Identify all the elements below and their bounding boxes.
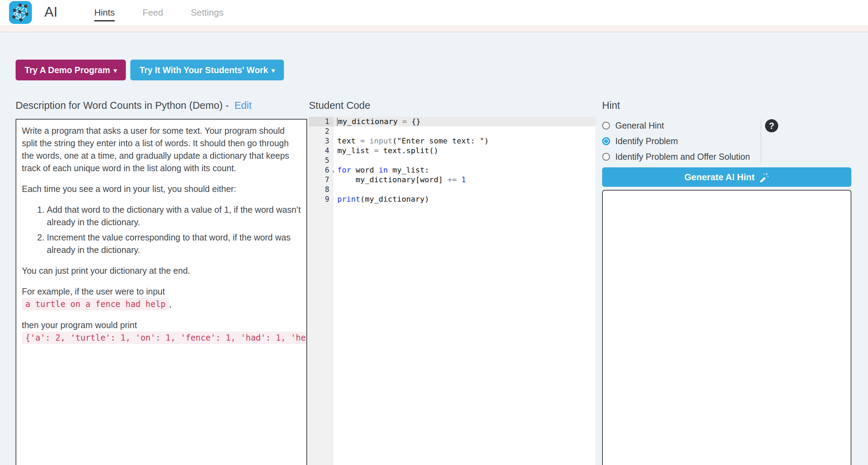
line-number[interactable]: 3 <box>309 136 333 146</box>
vertical-divider <box>761 120 761 163</box>
description-textarea[interactable]: Write a program that asks a user for som… <box>16 119 307 465</box>
code-line[interactable]: 7 my_dictionary[word] += 1 <box>309 175 596 185</box>
toolbar: Try A Demo Program ▾ Try It With Your St… <box>16 60 284 80</box>
line-number[interactable]: 4 <box>309 146 333 156</box>
radio-circle-selected-icon[interactable] <box>602 137 610 145</box>
example-output-label: then your program would print <box>22 320 137 330</box>
generate-ai-hint-button[interactable]: Generate AI Hint <box>602 167 851 187</box>
example-output-code: {'a': 2, 'turtle': 1, 'on': 1, 'fence': … <box>22 332 307 344</box>
nav-tabs: Hints Feed Settings <box>94 0 223 25</box>
tab-settings[interactable]: Settings <box>191 7 224 18</box>
top-nav: AI Hints Feed Settings <box>0 0 868 25</box>
code-line-text: my_dictionary[word] += 1 <box>333 175 466 185</box>
radio-identify-problem-offer-solution[interactable]: Identify Problem and Offer Solution <box>602 150 750 163</box>
line-number[interactable]: 2 <box>309 126 333 136</box>
page: AI Hints Feed Settings Try A Demo Progra… <box>0 0 868 465</box>
question-icon[interactable]: ? <box>765 119 778 132</box>
text-cursor <box>337 118 338 126</box>
code-line-text: print(my_dictionary) <box>333 194 429 204</box>
student-code-title: Student Code <box>309 100 370 111</box>
radio-label: Identify Problem and Offer Solution <box>615 152 750 162</box>
description-paragraph: Each time you see a word in your list, y… <box>22 183 301 195</box>
description-paragraph: Write a program that asks a user for som… <box>22 124 301 174</box>
code-line[interactable]: 5 <box>309 156 596 165</box>
comma-text: , <box>169 299 172 309</box>
description-title-row: Description for Word Counts in Python (D… <box>16 100 252 111</box>
hint-title: Hint <box>602 100 852 111</box>
magic-wand-icon <box>759 172 769 182</box>
example-input-label: For example, if the user were to input <box>22 287 165 296</box>
code-line[interactable]: 9print(my_dictionary) <box>309 194 596 204</box>
edit-link[interactable]: Edit <box>234 100 252 111</box>
example-input-code: a turtle on a fence had help <box>22 298 169 310</box>
code-line[interactable]: 4my_list = text.split() <box>309 146 596 156</box>
line-number[interactable]: 8 <box>309 185 333 194</box>
notice-strip <box>0 25 868 33</box>
line-number[interactable]: 6▾ <box>309 165 333 175</box>
list-item: Add that word to the dictionary with a v… <box>47 203 301 228</box>
example-input-paragraph: For example, if the user were to input a… <box>22 285 301 310</box>
line-number[interactable]: 9 <box>309 194 333 204</box>
brand-title: AI <box>44 4 58 20</box>
line-number[interactable]: 5 <box>309 156 333 165</box>
code-line-text: for word in my_list: <box>333 165 429 175</box>
code-line-text: my_list = text.split() <box>333 146 438 156</box>
code-line[interactable]: 1my_dictionary = {} <box>309 117 596 126</box>
description-paragraph: You can just print your dictionary at th… <box>22 264 301 277</box>
code-line[interactable]: 3text = input("Enter some text: ") <box>309 136 596 146</box>
chevron-down-icon: ▾ <box>271 67 275 74</box>
hint-type-radio-group: General Hint Identify Problem Identify P… <box>602 119 750 166</box>
generate-ai-hint-label: Generate AI Hint <box>684 172 755 183</box>
try-students-work-button[interactable]: Try It With Your Students' Work ▾ <box>130 60 284 80</box>
code-line-text: text = input("Enter some text: ") <box>333 136 489 146</box>
code-line[interactable]: 8 <box>309 185 596 194</box>
line-number[interactable]: 7 <box>309 175 333 185</box>
example-output-paragraph: then your program would print {'a': 2, '… <box>22 319 301 344</box>
try-students-work-label: Try It With Your Students' Work <box>139 65 268 75</box>
try-demo-program-button[interactable]: Try A Demo Program ▾ <box>16 60 126 80</box>
list-item: Increment the value corresponding to tha… <box>47 231 301 256</box>
radio-circle-icon[interactable] <box>602 153 610 161</box>
hint-output-box[interactable] <box>602 190 851 465</box>
radio-label: General Hint <box>615 121 664 131</box>
code-line[interactable]: 2 <box>309 126 596 136</box>
radio-circle-icon[interactable] <box>602 122 610 130</box>
app-logo-icon[interactable] <box>9 1 32 24</box>
line-number[interactable]: 1 <box>309 117 333 126</box>
code-line[interactable]: 6▾for word in my_list: <box>309 165 596 175</box>
hint-panel: Hint General Hint Identify Problem Ident… <box>602 100 852 465</box>
radio-identify-problem[interactable]: Identify Problem <box>602 135 750 147</box>
code-editor[interactable]: 1my_dictionary = {}23text = input("Enter… <box>309 117 596 465</box>
try-demo-program-label: Try A Demo Program <box>25 65 110 75</box>
description-list: Add that word to the dictionary with a v… <box>22 203 301 256</box>
tab-feed[interactable]: Feed <box>142 7 163 18</box>
radio-general-hint[interactable]: General Hint <box>602 119 750 132</box>
chevron-down-icon: ▾ <box>114 67 117 74</box>
code-line-text: my_dictionary = {} <box>333 117 420 126</box>
tab-hints[interactable]: Hints <box>94 7 115 18</box>
radio-label: Identify Problem <box>615 136 678 146</box>
description-title: Description for Word Counts in Python (D… <box>16 100 229 111</box>
